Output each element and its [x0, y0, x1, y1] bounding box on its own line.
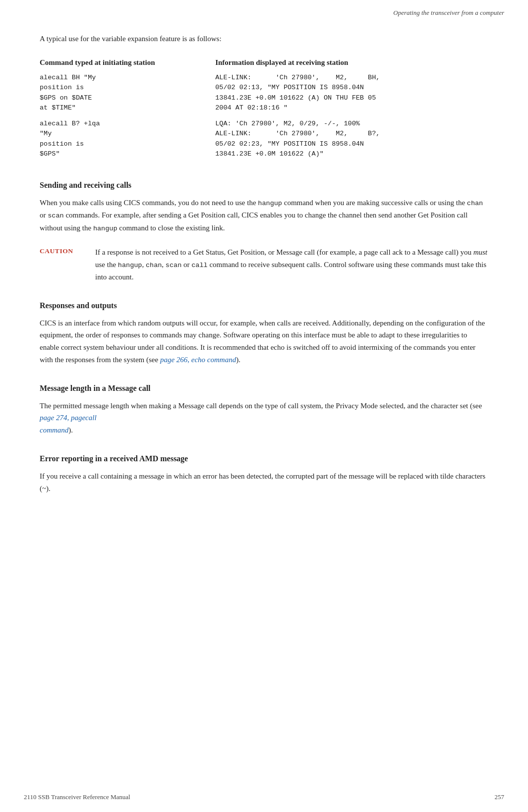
command-info-table: Command typed at initiating station Info…	[40, 56, 488, 163]
footer-page-number: 257	[495, 793, 505, 801]
footer-manual-title: 2110 SSB Transceiver Reference Manual	[24, 793, 130, 801]
section3-link[interactable]: page 274, pagecallcommand	[40, 414, 97, 434]
page-header: Operating the transceiver from a compute…	[0, 0, 528, 21]
section-error-reporting: Error reporting in a received AMD messag…	[40, 454, 488, 495]
col1-heading: Command typed at initiating station	[40, 56, 210, 71]
section4-para1: If you receive a call containing a messa…	[40, 470, 488, 495]
section2-para1: CICS is an interface from which random o…	[40, 317, 488, 366]
page-content: A typical use for the variable expansion…	[0, 21, 528, 532]
intro-text: A typical use for the variable expansion…	[40, 33, 488, 45]
cmd-col2-row1: ALE-LINK: 'Ch 27980', M2, BH, 05/02 02:1…	[210, 71, 488, 117]
section-responses-outputs: Responses and outputs CICS is an interfa…	[40, 301, 488, 366]
table-row: alecall BH "My position is $GPS on $DATE…	[40, 71, 488, 117]
inline-code-scan: scan	[48, 212, 63, 219]
table-row: alecall B? +lqa "My position is $GPS" LQ…	[40, 117, 488, 163]
section3-heading: Message length in a Message call	[40, 384, 488, 393]
page-footer: 2110 SSB Transceiver Reference Manual 25…	[0, 793, 528, 801]
command-table: Command typed at initiating station Info…	[40, 56, 488, 163]
section4-heading: Error reporting in a received AMD messag…	[40, 454, 488, 463]
section2-link[interactable]: page 266, echo command	[160, 356, 236, 364]
section-message-length: Message length in a Message call The per…	[40, 384, 488, 436]
cmd-col2-row2: LQA: 'Ch 27980', M2, 0/29, -/-, 100% ALE…	[210, 117, 488, 163]
section-sending-receiving: Sending and receiving calls When you mak…	[40, 181, 488, 283]
section1-para1: When you make calls using CICS commands,…	[40, 197, 488, 234]
caution-label: CAUTION	[40, 246, 79, 255]
section1-heading: Sending and receiving calls	[40, 181, 488, 190]
section3-para1: The permitted message length when making…	[40, 400, 488, 436]
inline-code-chan: chan	[467, 200, 483, 207]
caution-must: must	[473, 248, 487, 256]
inline-code-call: call	[191, 262, 207, 269]
cmd-col1-row2: alecall B? +lqa "My position is $GPS"	[40, 117, 210, 163]
inline-code-chan2: chan	[146, 262, 162, 269]
inline-code-scan2: scan	[166, 262, 181, 269]
section2-heading: Responses and outputs	[40, 301, 488, 310]
caution-text: If a response is not received to a Get S…	[95, 246, 488, 283]
cmd-col1-row1: alecall BH "My position is $GPS on $DATE…	[40, 71, 210, 117]
inline-code-hangup3: hangup	[118, 262, 142, 269]
caution-block: CAUTION If a response is not received to…	[40, 246, 488, 283]
col2-heading: Information displayed at receiving stati…	[210, 56, 488, 71]
inline-code-hangup: hangup	[258, 200, 282, 207]
inline-code-hangup2: hangup	[93, 225, 117, 232]
header-title: Operating the transceiver from a compute…	[393, 9, 504, 16]
